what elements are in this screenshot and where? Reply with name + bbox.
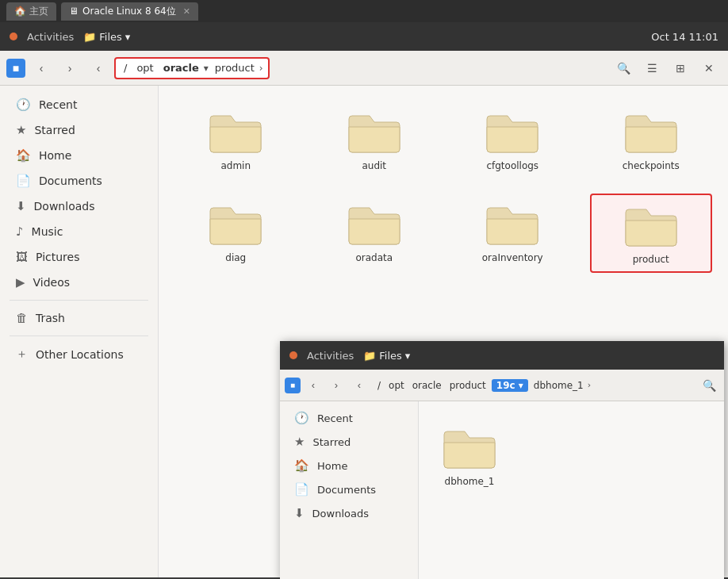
bc2-oracle[interactable]: oracle [410, 380, 444, 391]
folder-checkpoints[interactable]: checkpoints [590, 102, 713, 178]
folder-product[interactable]: product [590, 194, 713, 273]
sidebar-divider [10, 300, 148, 301]
folder-icon-oradata [346, 200, 403, 247]
bc2-19c[interactable]: 19c ▾ [492, 379, 528, 392]
sidebar-item-recent[interactable]: 🕐 Recent [3, 92, 155, 117]
sidebar-item-music[interactable]: ♪ Music [3, 219, 155, 244]
files-label: Files [99, 31, 122, 43]
sidebar-item-trash[interactable]: 🗑 Trash [3, 305, 155, 331]
titlebar: Activities 📁 Files ▾ Oct 14 11:01 [0, 22, 728, 51]
sidebar-item-downloads[interactable]: ⬇ Downloads [3, 194, 155, 219]
recent-icon: 🕐 [16, 98, 31, 112]
second-forward-btn[interactable]: › [326, 376, 347, 395]
search-button[interactable]: 🔍 [611, 57, 636, 79]
sidebar-item-starred[interactable]: ★ Starred [3, 117, 155, 143]
sidebar-label-starred: Starred [34, 124, 75, 136]
sidebar-item-videos[interactable]: ▶ Videos [3, 270, 155, 295]
folder-icon-admin [207, 108, 264, 155]
second-sidebar-label-starred: Starred [312, 436, 351, 448]
bc2-dbhome[interactable]: dbhome_1 [531, 380, 586, 391]
folder-icon-diag [207, 200, 264, 247]
breadcrumb-root[interactable]: / [121, 62, 130, 74]
close-tab-button[interactable]: ✕ [183, 6, 190, 17]
folder-admin[interactable]: admin [174, 102, 297, 178]
bc2-product[interactable]: product [447, 380, 489, 391]
folder-label-checkpoints: checkpoints [623, 160, 680, 171]
second-sidebar-starred[interactable]: ★ Starred [283, 430, 415, 454]
bc2-dbhome-arrow[interactable]: › [588, 380, 591, 390]
square-button[interactable]: ■ [6, 59, 25, 78]
second-dot [289, 351, 297, 359]
second-sidebar-downloads[interactable]: ⬇ Downloads [283, 501, 415, 525]
second-titlebar: Activities 📁 Files ▾ [280, 341, 724, 370]
breadcrumb-oracle-dropdown[interactable]: oracle ▾ [160, 62, 209, 74]
documents-icon: 📄 [16, 174, 31, 188]
folder-oradata[interactable]: oradata [313, 194, 436, 273]
grid-view-button[interactable]: ⊞ [668, 57, 693, 79]
second-sidebar-recent[interactable]: 🕐 Recent [283, 406, 415, 430]
sidebar-item-pictures[interactable]: 🖼 Pictures [3, 244, 155, 270]
sidebar-item-other[interactable]: ＋ Other Locations [3, 341, 155, 367]
second-files-label: Files [379, 350, 402, 362]
second-back-btn[interactable]: ‹ [303, 376, 324, 395]
home-icon: 🏠 [14, 6, 26, 17]
list-view-button[interactable]: ☰ [639, 57, 665, 79]
second-files-arrow: ▾ [405, 350, 411, 362]
second-activities[interactable]: Activities [307, 350, 354, 362]
second-sidebar: 🕐 Recent ★ Starred 🏠 Home 📄 Documents ⬇ … [280, 401, 419, 579]
second-files-icon: 📁 [363, 350, 376, 362]
second-sidebar-documents[interactable]: 📄 Documents [283, 477, 415, 501]
oracle-tab-icon: 🖥 [69, 6, 79, 17]
second-sidebar-label-home: Home [317, 460, 347, 472]
files-arrow: ▾ [125, 31, 131, 43]
folder-label-diag: diag [225, 252, 246, 263]
second-downloads-icon: ⬇ [294, 506, 305, 520]
second-toolbar: ■ ‹ › ‹ / opt oracle product 19c ▾ dbhom… [280, 370, 724, 401]
folder-diag[interactable]: diag [174, 194, 297, 273]
sidebar-item-documents[interactable]: 📄 Documents [3, 168, 155, 194]
second-sidebar-home[interactable]: 🏠 Home [283, 454, 415, 477]
files-icon: 📁 [83, 31, 96, 43]
oracle-tab[interactable]: 🖥 Oracle Linux 8 64位 ✕ [61, 2, 198, 21]
home-tab-label: 主页 [29, 5, 48, 18]
second-documents-icon: 📄 [294, 482, 309, 497]
sidebar-label-home: Home [39, 149, 71, 162]
back-button[interactable]: ‹ [29, 57, 54, 79]
other-icon: ＋ [16, 347, 28, 362]
second-sidebar-label-downloads: Downloads [312, 508, 369, 520]
videos-icon: ▶ [16, 275, 25, 290]
sidebar-label-videos: Videos [33, 276, 71, 289]
folder-icon-product [623, 201, 680, 249]
second-up-btn[interactable]: ‹ [349, 376, 370, 395]
window-dot [10, 33, 17, 40]
folder-cfgtoollogs[interactable]: cfgtoollogs [451, 102, 574, 178]
files-menu[interactable]: 📁 Files ▾ [83, 31, 130, 43]
second-search-btn[interactable]: 🔍 [699, 376, 719, 395]
second-home-icon: 🏠 [294, 458, 309, 473]
breadcrumb-bar: / opt oracle ▾ product › [114, 57, 270, 79]
folder-dbhome[interactable]: dbhome_1 [435, 417, 504, 493]
folder-icon-audit [346, 108, 403, 155]
breadcrumb-opt[interactable]: opt [133, 62, 156, 74]
close-button[interactable]: ✕ [696, 57, 722, 79]
sidebar-label-downloads: Downloads [34, 200, 95, 213]
music-icon: ♪ [16, 224, 24, 239]
folder-orainventory[interactable]: oraInventory [451, 194, 574, 273]
parent-button[interactable]: ‹ [86, 57, 111, 79]
breadcrumb-product[interactable]: product [212, 62, 258, 74]
folder-label-product: product [633, 254, 669, 265]
product-arrow[interactable]: › [259, 63, 263, 74]
starred-icon: ★ [16, 123, 26, 137]
toolbar-right: 🔍 ☰ ⊞ ✕ [611, 57, 722, 79]
forward-button[interactable]: › [57, 57, 82, 79]
toolbar: ■ ‹ › ‹ / opt oracle ▾ product › 🔍 ☰ ⊞ ✕ [0, 51, 728, 86]
second-square-btn[interactable]: ■ [285, 378, 301, 393]
bc2-root[interactable]: / [375, 380, 383, 391]
activities-label[interactable]: Activities [27, 31, 74, 43]
bc2-opt[interactable]: opt [386, 380, 407, 391]
folder-audit[interactable]: audit [313, 102, 436, 178]
oracle-dropdown-arrow[interactable]: ▾ [204, 63, 209, 74]
second-files-menu[interactable]: 📁 Files ▾ [363, 350, 410, 362]
sidebar-item-home[interactable]: 🏠 Home [3, 143, 155, 168]
home-tab[interactable]: 🏠 主页 [6, 2, 56, 21]
